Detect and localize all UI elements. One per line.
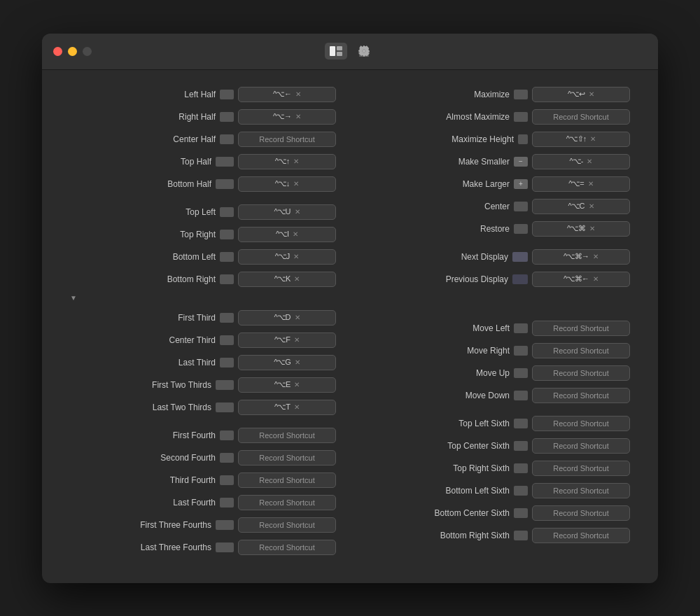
close-button[interactable]: [53, 47, 62, 56]
top-right-sixth-label: Top Right Sixth: [433, 463, 510, 473]
bottom-left-sixth-row: Bottom Left Sixth Record Shortcut: [364, 483, 630, 498]
layout-icon-button[interactable]: [325, 43, 347, 59]
last-three-fourths-icon: [216, 542, 234, 552]
svg-rect-0: [330, 46, 335, 56]
bottom-center-sixth-label: Bottom Center Sixth: [433, 508, 510, 518]
bottom-center-sixth-row: Bottom Center Sixth Record Shortcut: [364, 505, 630, 521]
restore-shortcut[interactable]: ^⌥⌘✕: [532, 221, 630, 237]
last-three-fourths-row: Last Three Fourths Record Shortcut: [70, 540, 336, 555]
last-third-row: Last Third ^⌥G✕: [70, 355, 336, 370]
right-half-shortcut[interactable]: ^⌥→✕: [238, 109, 336, 125]
last-third-label: Last Third: [139, 358, 216, 368]
second-fourth-label: Second Fourth: [139, 453, 216, 463]
top-left-icon: [220, 207, 234, 217]
maximize-shortcut[interactable]: ^⌥↩✕: [532, 87, 630, 102]
top-center-sixth-row: Top Center Sixth Record Shortcut: [364, 438, 630, 454]
third-fourth-shortcut[interactable]: Record Shortcut: [238, 472, 336, 488]
first-fourth-shortcut[interactable]: Record Shortcut: [238, 428, 336, 443]
previous-display-label: Previous Display: [431, 274, 508, 284]
top-right-sixth-shortcut[interactable]: Record Shortcut: [532, 461, 630, 476]
maximize-height-shortcut[interactable]: ^⌥⇧↑✕: [532, 132, 630, 147]
minimize-button[interactable]: [68, 47, 77, 56]
center-half-shortcut[interactable]: Record Shortcut: [238, 132, 336, 147]
last-three-fourths-shortcut[interactable]: Record Shortcut: [238, 540, 336, 555]
make-larger-shortcut[interactable]: ^⌥=✕: [532, 176, 630, 192]
move-right-shortcut[interactable]: Record Shortcut: [532, 343, 630, 358]
make-smaller-shortcut[interactable]: ^⌥-✕: [532, 154, 630, 169]
bottom-right-row: Bottom Right ^⌥K✕: [70, 272, 336, 287]
right-half-icon: [220, 112, 234, 122]
bottom-left-shortcut[interactable]: ^⌥J✕: [238, 249, 336, 265]
top-right-shortcut[interactable]: ^⌥I✕: [238, 227, 336, 242]
bottom-center-sixth-icon: [514, 508, 528, 518]
top-half-shortcut[interactable]: ^⌥↑✕: [238, 154, 336, 169]
last-fourth-icon: [220, 498, 234, 507]
main-window: Left Half ^⌥←✕ Right Half ^⌥→✕ Center Ha…: [42, 34, 658, 583]
third-fourth-row: Third Fourth Record Shortcut: [70, 472, 336, 488]
first-third-icon: [220, 313, 234, 323]
top-center-sixth-label: Top Center Sixth: [433, 441, 510, 451]
second-fourth-icon: [220, 453, 234, 463]
first-three-fourths-label: First Three Fourths: [134, 520, 211, 530]
bottom-right-sixth-shortcut[interactable]: Record Shortcut: [532, 528, 630, 543]
bottom-left-sixth-shortcut[interactable]: Record Shortcut: [532, 483, 630, 498]
right-column: Maximize ^⌥↩✕ Almost Maximize Record Sho…: [364, 87, 630, 562]
zoom-button[interactable]: [83, 47, 92, 56]
previous-display-row: Previous Display ^⌥⌘←✕: [364, 272, 630, 287]
center-label: Center: [433, 202, 510, 211]
previous-display-shortcut[interactable]: ^⌥⌘←✕: [532, 272, 630, 287]
move-left-label: Move Left: [433, 323, 510, 333]
last-third-shortcut[interactable]: ^⌥G✕: [238, 355, 336, 370]
next-display-label: Next Display: [431, 252, 508, 262]
first-fourth-icon: [220, 430, 234, 440]
first-fourth-row: First Fourth Record Shortcut: [70, 428, 336, 443]
left-half-shortcut[interactable]: ^⌥←✕: [238, 87, 336, 102]
top-center-sixth-shortcut[interactable]: Record Shortcut: [532, 438, 630, 454]
bottom-right-sixth-row: Bottom Right Sixth Record Shortcut: [364, 528, 630, 543]
last-fourth-row: Last Fourth Record Shortcut: [70, 495, 336, 510]
top-right-row: Top Right ^⌥I✕: [70, 227, 336, 242]
bottom-center-sixth-shortcut[interactable]: Record Shortcut: [532, 505, 630, 521]
center-half-label: Center Half: [139, 134, 216, 144]
divider: ▼: [70, 294, 336, 302]
almost-maximize-shortcut[interactable]: Record Shortcut: [532, 109, 630, 125]
make-smaller-row: Make Smaller − ^⌥-✕: [364, 154, 630, 169]
collapse-triangle[interactable]: ▼: [70, 294, 77, 302]
top-right-sixth-icon: [514, 463, 528, 473]
top-half-row: Top Half ^⌥↑✕: [70, 154, 336, 169]
bottom-left-sixth-icon: [514, 486, 528, 496]
second-fourth-row: Second Fourth Record Shortcut: [70, 450, 336, 465]
third-fourth-label: Third Fourth: [139, 475, 216, 485]
last-two-thirds-shortcut[interactable]: ^⌥T✕: [238, 400, 336, 415]
bottom-left-sixth-label: Bottom Left Sixth: [433, 486, 510, 496]
last-fourth-shortcut[interactable]: Record Shortcut: [238, 495, 336, 510]
top-left-shortcut[interactable]: ^⌥U✕: [238, 204, 336, 220]
make-smaller-icon: −: [514, 157, 528, 167]
bottom-right-shortcut[interactable]: ^⌥K✕: [238, 272, 336, 287]
titlebar-icons: [325, 43, 375, 59]
top-right-icon: [220, 230, 234, 239]
bottom-right-sixth-icon: [514, 531, 528, 540]
center-shortcut[interactable]: ^⌥C✕: [532, 199, 630, 214]
move-down-shortcut[interactable]: Record Shortcut: [532, 388, 630, 403]
first-three-fourths-shortcut[interactable]: Record Shortcut: [238, 517, 336, 533]
top-half-label: Top Half: [134, 157, 211, 167]
left-column: Left Half ^⌥←✕ Right Half ^⌥→✕ Center Ha…: [70, 87, 336, 562]
first-third-label: First Third: [139, 313, 216, 323]
center-third-icon: [220, 335, 234, 345]
first-third-shortcut[interactable]: ^⌥D✕: [238, 310, 336, 326]
top-left-sixth-shortcut[interactable]: Record Shortcut: [532, 416, 630, 431]
move-up-shortcut[interactable]: Record Shortcut: [532, 365, 630, 381]
bottom-half-shortcut[interactable]: ^⌥↓✕: [238, 176, 336, 192]
second-fourth-shortcut[interactable]: Record Shortcut: [238, 450, 336, 465]
next-display-shortcut[interactable]: ^⌥⌘→✕: [532, 249, 630, 265]
maximize-label: Maximize: [433, 90, 510, 99]
maximize-row: Maximize ^⌥↩✕: [364, 87, 630, 102]
center-third-shortcut[interactable]: ^⌥F✕: [238, 332, 336, 348]
top-left-sixth-icon: [514, 419, 528, 428]
move-left-shortcut[interactable]: Record Shortcut: [532, 321, 630, 336]
right-half-row: Right Half ^⌥→✕: [70, 109, 336, 125]
gear-icon-button[interactable]: [353, 43, 375, 59]
first-two-thirds-shortcut[interactable]: ^⌥E✕: [238, 377, 336, 393]
restore-row: Restore ^⌥⌘✕: [364, 221, 630, 237]
